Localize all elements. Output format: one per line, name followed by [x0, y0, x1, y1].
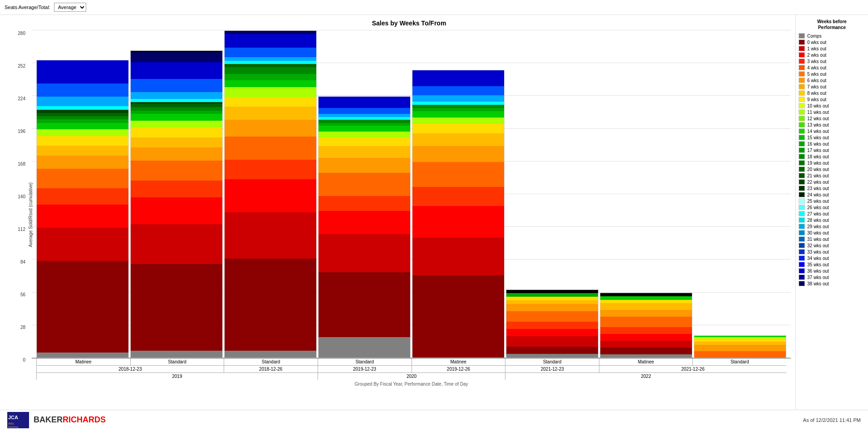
legend-item: 1 wks out — [799, 46, 865, 51]
bar-segment — [412, 70, 504, 86]
bar-segment — [319, 272, 410, 337]
legend-item: 17 wks out — [799, 147, 865, 153]
bar-segment — [600, 317, 692, 327]
bar-segment — [319, 173, 410, 196]
legend-color-swatch — [799, 173, 805, 178]
bar-segment — [506, 336, 598, 347]
bar-segment — [319, 234, 410, 272]
bar-inner — [506, 289, 598, 358]
bar-segment — [319, 108, 410, 114]
bar-segment — [600, 348, 692, 354]
legend-item: 19 wks out — [799, 160, 865, 166]
legend-color-swatch — [799, 141, 805, 147]
legend-color-swatch — [799, 205, 805, 210]
legend-color-swatch — [799, 230, 805, 235]
chart-inner: MatineeStandardStandardStandardMatineeSt… — [32, 30, 791, 408]
bar-segment — [225, 97, 316, 107]
legend-label: 16 wks out — [807, 142, 829, 147]
bar-segment — [37, 188, 128, 205]
bar-inner — [36, 60, 129, 358]
legend-item: 2 wks out — [799, 52, 865, 58]
bar-segment — [225, 120, 316, 136]
legend-label: 33 wks out — [807, 250, 829, 255]
bar-segment — [506, 347, 598, 354]
legend-color-swatch — [799, 65, 805, 70]
legend-color-swatch — [799, 243, 805, 248]
bar-segment — [506, 329, 598, 336]
legend-label: 15 wks out — [807, 135, 829, 140]
bar-segment — [412, 187, 504, 206]
legend-label: 8 wks out — [807, 91, 826, 96]
bar-segment — [600, 303, 692, 310]
bar-segment — [131, 137, 222, 147]
bar-segment — [319, 196, 410, 211]
bar-segment — [131, 92, 222, 99]
bar-inner — [224, 30, 317, 358]
legend-item: 18 wks out — [799, 154, 865, 159]
bar-segment — [225, 61, 316, 64]
legend-item: 3 wks out — [799, 59, 865, 64]
bar-segment — [37, 123, 128, 129]
bar-segment — [506, 304, 598, 311]
legend-label: 22 wks out — [807, 180, 829, 185]
x-label-date: 2019-12-23 — [318, 365, 412, 372]
legend-label: 27 wks out — [807, 211, 829, 216]
legend-label: 38 wks out — [807, 281, 829, 286]
bar-segment — [131, 79, 222, 92]
bar-segment — [131, 147, 222, 161]
legend-label: 28 wks out — [807, 218, 829, 223]
main-content: Sales by Weeks To/From Average Sold/Rsvd… — [0, 15, 868, 410]
bar-segment — [319, 126, 410, 132]
legend-label: 19 wks out — [807, 161, 829, 166]
legend-color-swatch — [799, 33, 805, 39]
bar — [506, 30, 598, 358]
legend-item: 38 wks out — [799, 281, 865, 286]
legend-color-swatch — [799, 109, 805, 115]
seats-select[interactable]: Average Total — [54, 3, 86, 12]
legend-color-swatch — [799, 78, 805, 83]
x-label-date: 2019-12-26 — [412, 365, 505, 372]
bar-segment — [37, 353, 128, 358]
legend-item: 27 wks out — [799, 211, 865, 216]
bar-segment — [131, 224, 222, 264]
legend-color-swatch — [799, 236, 805, 242]
legend-color-swatch — [799, 52, 805, 58]
bar-segment — [225, 160, 316, 180]
bar-segment — [131, 121, 222, 127]
bar-segment — [37, 261, 128, 353]
x-label-time: Standard — [318, 358, 412, 365]
bar-segment — [37, 228, 128, 260]
bar-segment — [225, 179, 316, 212]
bar-segment — [131, 62, 222, 79]
baker-richards-logo: BAKERRICHARDS — [34, 415, 106, 425]
legend-label: 6 wks out — [807, 78, 826, 83]
y-tick: 0 — [23, 358, 25, 362]
bar-segment — [319, 137, 410, 146]
legend-color-swatch — [799, 122, 805, 127]
legend-label: Comps — [807, 34, 822, 39]
legend-color-swatch — [799, 274, 805, 280]
legend-label: 37 wks out — [807, 275, 829, 280]
bar-inner — [694, 335, 786, 358]
legend-color-swatch — [799, 160, 805, 166]
bar-segment — [225, 87, 316, 97]
legend-item: 25 wks out — [799, 198, 865, 204]
bar-segment — [37, 169, 128, 188]
bar-segment — [694, 338, 786, 342]
svg-text:JCA: JCA — [8, 415, 18, 420]
bar-segment — [131, 114, 222, 121]
x-label-year: 2022 — [505, 372, 786, 380]
legend-label: 2 wks out — [807, 53, 826, 58]
legend-label: 20 wks out — [807, 167, 829, 172]
legend-color-swatch — [799, 179, 805, 185]
x-label-time: Standard — [505, 358, 599, 365]
legend-item: 12 wks out — [799, 116, 865, 121]
bar-segment — [225, 67, 316, 74]
bar-segment — [319, 97, 410, 108]
bar-segment — [37, 156, 128, 169]
legend-panel: Weeks before Performance Comps0 wks out1… — [795, 15, 868, 410]
legend-color-swatch — [799, 255, 805, 261]
legend-item: 31 wks out — [799, 236, 865, 242]
bar-segment — [225, 64, 316, 67]
bars-container — [32, 30, 791, 358]
